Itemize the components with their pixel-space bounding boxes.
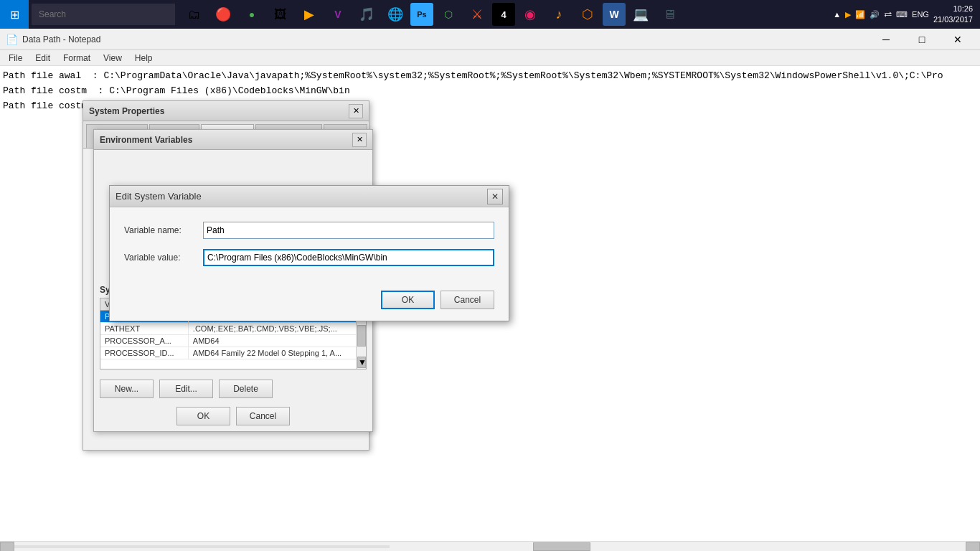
taskbar-lang[interactable]: ENG (912, 10, 929, 19)
var-name-proc-a: PROCESSOR_A... (100, 335, 188, 347)
taskbar-wifi: 📶 (855, 10, 865, 19)
variable-value-label: Variable value: (124, 253, 203, 263)
taskbar-icon-word[interactable]: W (603, 3, 626, 26)
taskbar-icon-ie[interactable]: 🌐 (382, 1, 409, 28)
taskbar-search-input[interactable] (32, 4, 175, 25)
table-row[interactable]: PATHEXT .COM;.EXE;.BAT;.CMD;.VBS;.VBE;.J… (100, 323, 366, 335)
taskbar-icon-app1[interactable]: V (324, 1, 352, 28)
edit-var-cancel-button[interactable]: Cancel (440, 291, 494, 309)
sys-props-close-button[interactable]: ✕ (349, 104, 363, 118)
var-value-proc-id: AMD64 Family 22 Model 0 Stepping 1, A... (188, 347, 365, 359)
taskbar-icon-game[interactable]: ⬡ (435, 1, 462, 28)
var-name-proc-id: PROCESSOR_ID... (100, 347, 188, 359)
env-vars-title: Environment Variables (100, 135, 192, 145)
variable-name-row: Variable name: (124, 222, 494, 239)
variable-value-row: Variable value: (124, 249, 494, 266)
taskbar-icon-paint[interactable]: 🖼 (267, 1, 294, 28)
menu-view[interactable]: View (98, 52, 128, 65)
notepad-scrollbar-bottom[interactable] (0, 541, 980, 551)
menu-format[interactable]: Format (57, 52, 96, 65)
taskbar-icon-music[interactable]: ♪ (545, 1, 573, 28)
notepad-line-2: Path file costm : C:\Program Files (x86)… (3, 84, 977, 99)
taskbar-icon-ch4[interactable]: 4 (492, 3, 515, 26)
taskbar-icon-monitor[interactable]: 🖥 (656, 1, 683, 28)
taskbar-icon-laptop[interactable]: 💻 (627, 1, 654, 28)
edit-var-title: Edit System Variable (116, 191, 202, 202)
sys-vars-delete-button[interactable]: Delete (219, 380, 273, 398)
menu-help[interactable]: Help (129, 52, 159, 65)
scrollbar-thumb[interactable] (357, 325, 366, 347)
taskbar-arrow: ⮂ (884, 10, 892, 19)
var-value-pathext: .COM;.EXE;.BAT;.CMD;.VBS;.VBE;.JS;... (188, 323, 365, 335)
sys-vars-buttons: New... Edit... Delete (94, 375, 372, 402)
taskbar-icons: 🗂 🔴 ● 🖼 ▶ V 🎵 🌐 Ps ⬡ ⚔ 4 ◉ ♪ ⬡ W 💻 🖥 (181, 1, 833, 28)
variable-value-input[interactable] (203, 249, 494, 266)
taskbar: ⊞ 🗂 🔴 ● 🖼 ▶ V 🎵 🌐 Ps ⬡ ⚔ 4 ◉ ♪ ⬡ W 💻 🖥 ▲… (0, 0, 980, 29)
taskbar-icon-app2[interactable]: ◉ (517, 1, 544, 28)
variable-name-label: Variable name: (124, 225, 203, 235)
sys-props-title: System Properties (89, 106, 164, 116)
taskbar-icon-blender[interactable]: ⬡ (574, 1, 601, 28)
taskbar-icon-chrome[interactable]: ● (238, 1, 265, 28)
var-value-proc-a: AMD64 (188, 335, 365, 347)
sys-props-titlebar: System Properties ✕ (83, 101, 369, 121)
table-row[interactable]: PROCESSOR_A... AMD64 (100, 335, 366, 347)
notepad-title-icon: 📄 (6, 34, 18, 45)
sys-vars-edit-button[interactable]: Edit... (159, 380, 213, 398)
notepad-close-button[interactable]: ✕ (941, 29, 974, 50)
edit-var-titlebar: Edit System Variable ✕ (110, 186, 509, 207)
taskbar-right: ▲ ▶ 📶 🔊 ⮂ ⌨ ENG 10:26 21/03/2017 (833, 4, 980, 26)
taskbar-icon-game2[interactable]: ⚔ (463, 1, 491, 28)
windows-icon: ⊞ (10, 8, 19, 22)
taskbar-clock[interactable]: 10:26 21/03/2017 (933, 4, 973, 26)
notepad-menubar: File Edit Format View Help (0, 50, 980, 66)
menu-edit[interactable]: Edit (29, 52, 56, 65)
taskbar-icon-browser[interactable]: 🔴 (209, 1, 237, 28)
taskbar-vlc-tray: ▶ (845, 10, 851, 19)
notepad-maximize-button[interactable]: □ (905, 29, 938, 50)
env-vars-close-button[interactable]: ✕ (352, 133, 367, 147)
env-cancel-button[interactable]: Cancel (236, 407, 290, 425)
taskbar-icon-fl[interactable]: 🎵 (353, 1, 380, 28)
notepad-titlebar: 📄 Data Path - Notepad ─ □ ✕ (0, 29, 980, 50)
sys-vars-new-button[interactable]: New... (100, 380, 154, 398)
taskbar-volume: 🔊 (870, 10, 880, 19)
menu-file[interactable]: File (3, 52, 28, 65)
taskbar-date: 21/03/2017 (933, 14, 973, 25)
env-ok-button[interactable]: OK (176, 407, 230, 425)
taskbar-chevron[interactable]: ▲ (833, 10, 841, 19)
edit-var-close-button[interactable]: ✕ (487, 189, 503, 204)
taskbar-time: 10:26 (933, 4, 973, 14)
env-vars-titlebar: Environment Variables ✕ (94, 130, 372, 150)
var-name-pathext: PATHEXT (100, 323, 188, 335)
taskbar-icon-vlc[interactable]: ▶ (296, 1, 323, 28)
edit-var-body: Variable name: Variable value: (110, 207, 509, 291)
edit-system-variable-dialog: Edit System Variable ✕ Variable name: Va… (109, 185, 509, 321)
taskbar-icon-ps[interactable]: Ps (410, 3, 433, 26)
taskbar-keyboard: ⌨ (896, 10, 908, 19)
taskbar-icon-explorer[interactable]: 🗂 (181, 1, 208, 28)
start-button[interactable]: ⊞ (0, 0, 29, 29)
notepad-title: Data Path - Notepad (22, 34, 100, 44)
table-row[interactable]: PROCESSOR_ID... AMD64 Family 22 Model 0 … (100, 347, 366, 359)
edit-var-ok-button[interactable]: OK (381, 291, 435, 309)
edit-var-buttons: OK Cancel (110, 291, 509, 321)
variable-name-input[interactable] (203, 222, 494, 239)
notepad-window-controls: ─ □ ✕ (870, 29, 974, 50)
notepad-line-1: Path file awal : C:\ProgramData\Oracle\J… (3, 69, 977, 84)
env-dialog-footer: OK Cancel (94, 402, 372, 431)
notepad-minimize-button[interactable]: ─ (870, 29, 903, 50)
